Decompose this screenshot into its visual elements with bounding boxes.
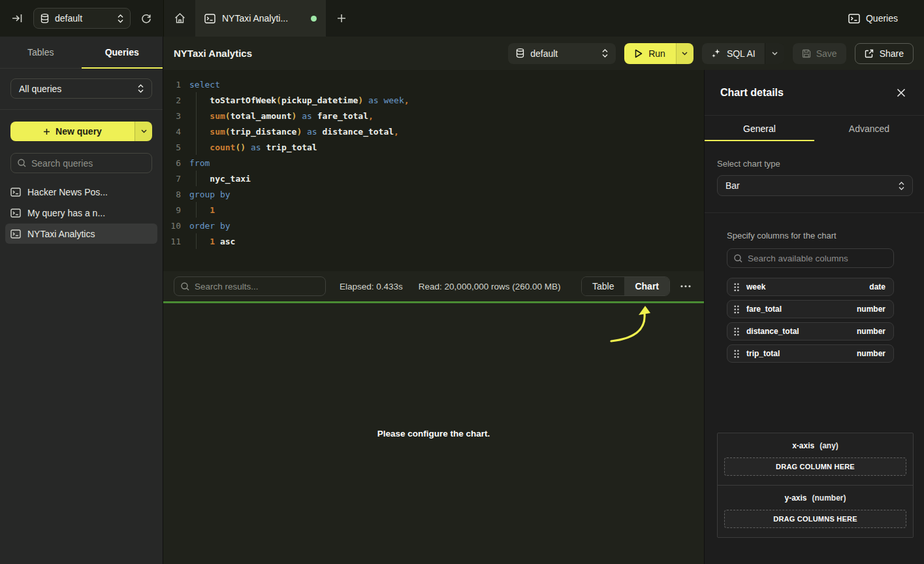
- sql-console-app: default NYTaxi Analyti... Queries Tables…: [0, 0, 924, 564]
- code-line[interactable]: 5 count() as trip_total: [163, 139, 704, 155]
- query-list-item[interactable]: NYTaxi Analytics: [5, 224, 157, 244]
- results-toolbar: Elapsed: 0.433s Read: 20,000,000 rows (2…: [163, 271, 704, 301]
- search-icon: [18, 159, 26, 167]
- share-button[interactable]: Share: [855, 43, 914, 64]
- topbar-database-selector[interactable]: default: [33, 8, 131, 29]
- save-button[interactable]: Save: [793, 43, 846, 64]
- column-chip[interactable]: distance_total number: [727, 322, 894, 340]
- axes-config: x-axis (any) DRAG COLUMN HERE y-axis (nu…: [717, 433, 914, 538]
- close-icon[interactable]: [894, 86, 908, 100]
- chart-type-value: Bar: [725, 180, 740, 191]
- home-button[interactable]: [164, 0, 195, 37]
- y-axis-drop-zone[interactable]: DRAG COLUMNS HERE: [724, 510, 906, 528]
- drag-handle-icon[interactable]: [734, 305, 739, 314]
- y-axis-type: (number): [812, 493, 846, 503]
- code-line[interactable]: 9 1: [163, 202, 704, 218]
- new-tab-icon[interactable]: [326, 0, 357, 37]
- query-list-item[interactable]: Hacker News Pos...: [0, 182, 163, 202]
- column-name: distance_total: [746, 327, 799, 336]
- run-dropdown-icon[interactable]: [676, 43, 693, 64]
- code-line[interactable]: 11 1 asc: [163, 233, 704, 249]
- column-chip[interactable]: week date: [727, 278, 894, 296]
- code-line[interactable]: 1select: [163, 76, 704, 92]
- tab-tables[interactable]: Tables: [0, 37, 82, 68]
- topbar-queries-button[interactable]: Queries: [848, 0, 924, 37]
- sql-ai-dropdown-icon[interactable]: [765, 43, 784, 64]
- tab-title: NYTaxi Analyti...: [222, 13, 288, 24]
- query-item-label: My query has a n...: [27, 208, 105, 218]
- query-filter-value: All queries: [19, 84, 61, 94]
- sql-ai-label: SQL AI: [727, 48, 756, 59]
- column-type: date: [869, 282, 885, 291]
- updown-chevrons-icon: [138, 84, 144, 93]
- tab-queries[interactable]: Queries: [82, 37, 163, 68]
- header-database-value: default: [530, 48, 558, 59]
- collapse-sidebar-icon[interactable]: [9, 11, 25, 25]
- content: NYTaxi Analytics default Run: [163, 37, 924, 564]
- tab-strip: NYTaxi Analyti...: [163, 0, 357, 37]
- tab-general[interactable]: General: [705, 116, 814, 141]
- elapsed-stat: Elapsed: 0.433s: [340, 282, 403, 291]
- refresh-icon[interactable]: [138, 10, 154, 26]
- query-list: Hacker News Pos... My query has a n... N…: [0, 182, 163, 244]
- results-search-input[interactable]: [195, 282, 319, 291]
- view-toggle: Table Chart: [581, 276, 670, 296]
- query-list-item[interactable]: My query has a n...: [0, 203, 163, 223]
- sql-editor[interactable]: 1select2 toStartOfWeek(pickup_datetime) …: [163, 70, 704, 271]
- topbar-queries-label: Queries: [866, 13, 898, 24]
- query-item-label: NYTaxi Analytics: [27, 229, 95, 239]
- view-table-button[interactable]: Table: [582, 277, 624, 295]
- chart-type-select[interactable]: Bar: [717, 175, 913, 196]
- terminal-icon: [10, 229, 21, 239]
- chart-type-section: Select chart type Bar: [705, 141, 924, 196]
- sidebar: Tables Queries All queries New query: [0, 37, 163, 564]
- run-button[interactable]: Run: [624, 43, 676, 64]
- column-chip[interactable]: fare_total number: [727, 300, 894, 318]
- header-actions: default Run SQL AI: [508, 43, 914, 64]
- chart-details-panel: Chart details General Advanced Select ch…: [704, 70, 924, 564]
- query-search-input[interactable]: [31, 158, 150, 169]
- code-line[interactable]: 3 sum(total_amount) as fare_total,: [163, 108, 704, 124]
- code-line[interactable]: 8group by: [163, 186, 704, 202]
- columns-search: [727, 248, 894, 268]
- read-stat: Read: 20,000,000 rows (260.00 MB): [419, 282, 561, 291]
- column-chip[interactable]: trip_total number: [727, 344, 894, 363]
- query-item-label: Hacker News Pos...: [27, 187, 108, 197]
- play-icon: [635, 49, 643, 58]
- query-search: [10, 153, 152, 173]
- drag-handle-icon[interactable]: [734, 327, 739, 336]
- page-title: NYTaxi Analytics: [174, 48, 252, 59]
- topbar: default NYTaxi Analyti... Queries: [0, 0, 924, 37]
- query-filter-select[interactable]: All queries: [10, 78, 152, 99]
- updown-chevrons-icon: [899, 182, 904, 190]
- drag-handle-icon[interactable]: [734, 350, 739, 358]
- new-query-button[interactable]: New query: [10, 122, 135, 141]
- column-name: trip_total: [746, 349, 780, 358]
- drag-handle-icon[interactable]: [734, 283, 739, 291]
- divider: [0, 109, 163, 110]
- sql-ai-button[interactable]: SQL AI: [702, 43, 765, 64]
- divider: [705, 212, 924, 213]
- code-line[interactable]: 4 sum(trip_distance) as distance_total,: [163, 124, 704, 139]
- new-query-dropdown-icon[interactable]: [135, 122, 152, 141]
- editor-lines: 1select2 toStartOfWeek(pickup_datetime) …: [163, 76, 704, 249]
- x-axis-drop-zone[interactable]: DRAG COLUMN HERE: [724, 457, 906, 476]
- column-name: week: [746, 282, 765, 291]
- sql-ai-split-button: SQL AI: [702, 43, 784, 64]
- view-chart-button[interactable]: Chart: [624, 277, 669, 295]
- tab-advanced[interactable]: Advanced: [814, 116, 924, 141]
- code-line[interactable]: 7 nyc_taxi: [163, 171, 704, 186]
- columns-section: Specify columns for the chart week date …: [727, 231, 894, 363]
- tab-nytaxi-analytics[interactable]: NYTaxi Analyti...: [195, 0, 326, 37]
- columns-label: Specify columns for the chart: [727, 231, 894, 241]
- code-line[interactable]: 6from: [163, 155, 704, 171]
- code-line[interactable]: 2 toStartOfWeek(pickup_datetime) as week…: [163, 92, 704, 108]
- columns-search-input[interactable]: [748, 254, 887, 263]
- header-database-selector[interactable]: default: [508, 43, 616, 64]
- share-label: Share: [880, 48, 904, 59]
- columns-list: week date fare_total number distance_tot…: [727, 278, 894, 363]
- more-options-icon[interactable]: [678, 282, 693, 290]
- annotation-arrow: [602, 305, 657, 346]
- code-line[interactable]: 10order by: [163, 218, 704, 233]
- column-type: number: [857, 327, 885, 336]
